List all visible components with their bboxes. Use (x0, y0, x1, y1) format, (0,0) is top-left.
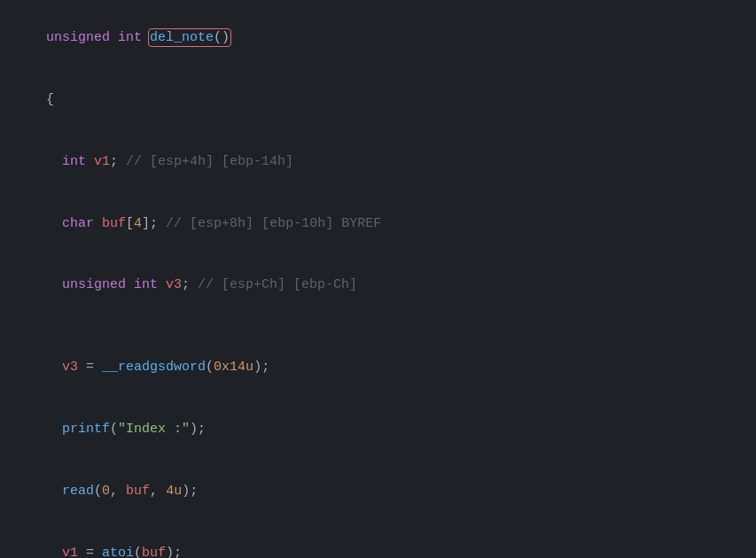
code-line-3: int v1; // [esp+4h] [ebp-14h] (14, 131, 742, 193)
code-line-10: v1 = atoi(buf); (14, 522, 742, 558)
code-line-1: unsigned int del_note() (14, 7, 742, 69)
paren-open: () (214, 30, 230, 45)
keyword-unsigned: unsigned (46, 30, 118, 45)
func-del-note: del_note (150, 30, 214, 45)
code-viewer: unsigned int del_note() { int v1; // [es… (0, 0, 756, 558)
code-line-8: printf("Index :"); (14, 399, 742, 461)
code-line-4: char buf[4]; // [esp+8h] [ebp-10h] BYREF (14, 192, 742, 254)
highlight-del-note: del_note() (150, 30, 230, 45)
code-line-9: read(0, buf, 4u); (14, 461, 742, 523)
code-line-2: { (14, 69, 742, 131)
code-line-7: v3 = __readgsdword(0x14u); (14, 337, 742, 399)
code-line-5: unsigned int v3; // [esp+Ch] [ebp-Ch] (14, 254, 742, 316)
keyword-int: int (118, 30, 150, 45)
code-line-6 (14, 316, 742, 337)
